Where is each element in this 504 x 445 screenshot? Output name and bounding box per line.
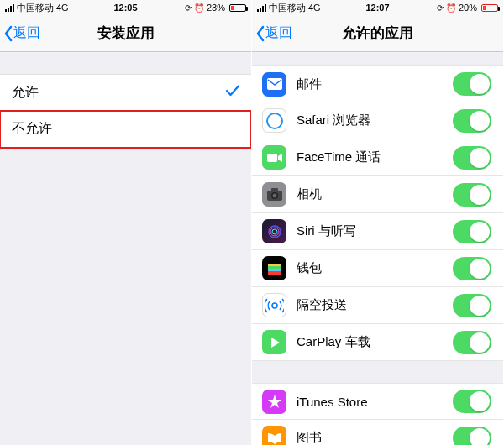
battery-percent: 20% [459, 3, 477, 13]
content-allowed[interactable]: 邮件 Safari 浏览器 FaceTime 通话 相机 [252, 52, 503, 445]
camera-icon [262, 182, 286, 207]
signal-icon [5, 4, 14, 12]
app-row-itunes: iTunes Store [252, 383, 503, 420]
toggle-facetime[interactable] [453, 146, 491, 170]
app-label: Siri 与听写 [297, 223, 453, 239]
screen-install-apps: 中国移动 4G 12:05 ⟳ ⏰ 23% 返回 安装应用 允许 不允许 [0, 0, 252, 445]
content-install: 允许 不允许 [0, 52, 251, 445]
option-label: 允许 [12, 84, 226, 102]
battery-percent: 23% [207, 3, 225, 13]
svg-rect-0 [267, 78, 282, 90]
app-row-safari: Safari 浏览器 [252, 102, 503, 139]
svg-point-2 [268, 114, 281, 128]
rotation-lock-icon: ⟳ [185, 3, 192, 13]
network-label: 4G [308, 3, 321, 13]
app-row-camera: 相机 [252, 176, 503, 213]
option-label: 不允许 [12, 120, 239, 138]
alarm-icon: ⏰ [194, 3, 204, 13]
toggle-carplay[interactable] [453, 331, 491, 354]
app-label: 钱包 [297, 260, 453, 276]
toggle-books[interactable] [453, 427, 491, 446]
app-row-facetime: FaceTime 通话 [252, 139, 503, 176]
status-bar: 中国移动 4G 12:07 ⟳ ⏰ 20% [252, 0, 503, 15]
svg-rect-5 [267, 154, 277, 162]
app-label: 图书 [297, 430, 453, 445]
chevron-left-icon [255, 25, 265, 42]
back-label: 返回 [265, 24, 292, 42]
wallet-icon [262, 256, 286, 280]
toggle-itunes[interactable] [453, 390, 491, 413]
svg-point-9 [272, 193, 276, 197]
carrier-label: 中国移动 [269, 2, 306, 14]
chevron-left-icon [3, 25, 13, 42]
svg-marker-19 [271, 338, 280, 348]
app-label: FaceTime 通话 [297, 149, 453, 165]
back-button[interactable]: 返回 [0, 24, 40, 42]
signal-icon [257, 4, 266, 12]
mail-icon [262, 72, 286, 97]
airdrop-icon [262, 293, 286, 317]
toggle-camera[interactable] [453, 183, 491, 207]
status-bar: 中国移动 4G 12:05 ⟳ ⏰ 23% [0, 0, 251, 15]
svg-point-18 [272, 303, 277, 308]
svg-rect-10 [271, 188, 278, 191]
facetime-icon [262, 145, 286, 170]
toggle-siri[interactable] [453, 220, 491, 243]
option-allow[interactable]: 允许 [0, 74, 251, 111]
carplay-icon [262, 330, 286, 354]
svg-marker-20 [268, 395, 281, 408]
clock: 12:05 [113, 3, 137, 13]
app-row-airdrop: 隔空投送 [252, 287, 503, 324]
svg-marker-6 [278, 154, 282, 162]
app-row-wallet: 钱包 [252, 250, 503, 287]
toggle-wallet[interactable] [453, 257, 491, 280]
network-label: 4G [56, 3, 69, 13]
rotation-lock-icon: ⟳ [437, 3, 444, 13]
app-label: 邮件 [297, 76, 453, 92]
clock: 12:07 [365, 3, 389, 13]
app-label: 相机 [297, 186, 453, 202]
siri-icon [262, 219, 286, 243]
toggle-airdrop[interactable] [453, 294, 491, 317]
app-row-books: 图书 [252, 420, 503, 445]
nav-bar: 返回 安装应用 [0, 15, 251, 52]
check-icon [226, 85, 239, 100]
battery-icon [481, 4, 498, 12]
app-label: 隔空投送 [297, 297, 453, 313]
carrier-label: 中国移动 [17, 2, 54, 14]
app-row-mail: 邮件 [252, 65, 503, 102]
toggle-mail[interactable] [453, 72, 491, 96]
app-label: CarPlay 车载 [297, 334, 453, 350]
books-icon [262, 426, 286, 445]
itunes-icon [262, 390, 286, 414]
back-label: 返回 [13, 24, 40, 42]
app-row-carplay: CarPlay 车载 [252, 324, 503, 361]
svg-point-13 [272, 229, 277, 234]
battery-icon [229, 4, 246, 12]
alarm-icon: ⏰ [446, 3, 456, 13]
toggle-safari[interactable] [453, 109, 491, 133]
app-label: Safari 浏览器 [297, 113, 453, 128]
back-button[interactable]: 返回 [252, 24, 292, 42]
app-row-siri: Siri 与听写 [252, 213, 503, 250]
nav-bar: 返回 允许的应用 [252, 15, 503, 52]
option-not-allow[interactable]: 不允许 [0, 111, 251, 148]
screen-allowed-apps: 中国移动 4G 12:07 ⟳ ⏰ 20% 返回 允许的应用 邮件 [252, 0, 504, 445]
safari-icon [262, 108, 286, 133]
svg-rect-17 [268, 271, 281, 275]
app-label: iTunes Store [297, 395, 453, 409]
